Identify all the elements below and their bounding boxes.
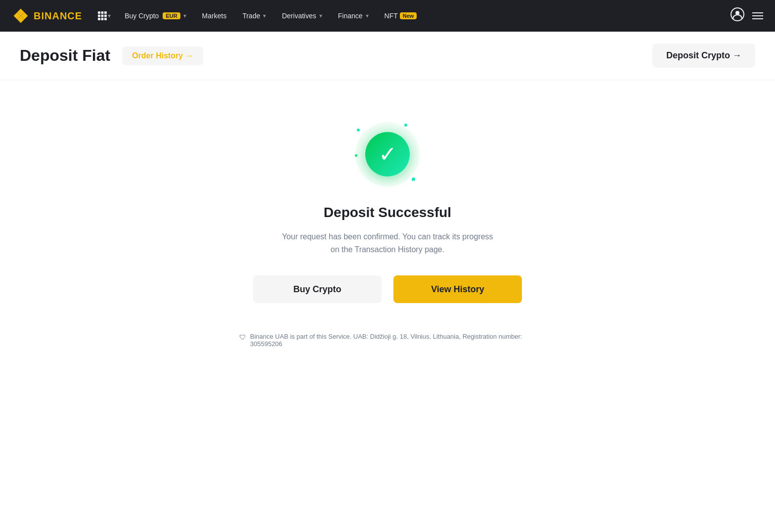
- nav-eur-badge: EUR: [163, 12, 180, 19]
- view-history-button[interactable]: View History: [393, 275, 522, 303]
- page-title: Deposit Fiat: [20, 46, 110, 65]
- nav-markets[interactable]: Markets: [196, 12, 233, 20]
- deposit-crypto-button[interactable]: Deposit Crypto →: [652, 44, 755, 68]
- svg-rect-10: [98, 18, 100, 20]
- order-history-button[interactable]: Order History →: [122, 46, 203, 65]
- sparkle-icon-2: [404, 124, 407, 127]
- shield-icon: 🛡: [239, 333, 246, 341]
- buy-crypto-chevron-icon: ▾: [183, 12, 186, 19]
- svg-rect-5: [101, 11, 104, 14]
- nav-trade-label: Trade: [242, 12, 260, 20]
- success-description: Your request has been confirmed. You can…: [282, 230, 493, 256]
- menu-line-2: [752, 15, 763, 16]
- nav-markets-label: Markets: [202, 12, 227, 20]
- binance-logo-icon: [12, 7, 30, 25]
- menu-line-3: [752, 18, 763, 19]
- header-bar: Deposit Fiat Order History → Deposit Cry…: [0, 32, 775, 80]
- nav-derivatives[interactable]: Derivatives ▾: [276, 12, 328, 20]
- action-buttons: Buy Crypto View History: [253, 275, 522, 303]
- main-content: ✓ Deposit Successful Your request has be…: [0, 80, 775, 367]
- svg-point-14: [735, 11, 739, 15]
- nav-right-actions: [731, 7, 763, 24]
- nav-nft[interactable]: NFT New: [379, 12, 423, 20]
- svg-rect-12: [104, 18, 107, 20]
- nav-nft-label: NFT: [385, 12, 398, 20]
- nav-new-badge: New: [400, 12, 417, 19]
- sparkle-icon-1: [357, 129, 360, 132]
- sparkle-icon-4: [355, 154, 357, 157]
- nav-derivatives-label: Derivatives: [282, 12, 316, 20]
- nav-trade[interactable]: Trade ▾: [236, 12, 272, 20]
- success-circle: ✓: [365, 132, 410, 177]
- footer-note-text: Binance UAB is part of this Service. UAB…: [250, 333, 536, 348]
- binance-logo-text: BINANCE: [34, 10, 82, 22]
- success-desc-line1: Your request has been confirmed. You can…: [282, 232, 493, 241]
- nav-finance-label: Finance: [338, 12, 363, 20]
- navbar: BINANCE ▾ Buy Crypto EUR ▾ Markets Trade…: [0, 0, 775, 32]
- grid-icon: [98, 11, 107, 20]
- hamburger-menu-button[interactable]: [752, 12, 763, 19]
- user-account-button[interactable]: [731, 7, 744, 24]
- sparkle-icon-3: [412, 177, 415, 181]
- svg-rect-7: [98, 15, 100, 17]
- grid-apps-button[interactable]: ▾: [94, 9, 115, 22]
- success-title: Deposit Successful: [324, 205, 451, 221]
- svg-rect-11: [101, 18, 104, 20]
- svg-rect-6: [104, 11, 107, 14]
- nav-finance[interactable]: Finance ▾: [332, 12, 375, 20]
- svg-rect-8: [101, 15, 104, 17]
- grid-chevron-icon: ▾: [108, 12, 111, 19]
- svg-rect-4: [98, 11, 100, 14]
- trade-chevron-icon: ▾: [263, 12, 266, 19]
- success-icon-wrapper: ✓: [353, 120, 422, 189]
- buy-crypto-button[interactable]: Buy Crypto: [253, 275, 382, 303]
- success-desc-line2: on the Transaction History page.: [331, 245, 444, 254]
- checkmark-icon: ✓: [379, 143, 397, 165]
- derivatives-chevron-icon: ▾: [319, 12, 322, 19]
- nav-buy-crypto-label: Buy Crypto: [125, 12, 159, 20]
- footer-note: 🛡 Binance UAB is part of this Service. U…: [239, 333, 536, 348]
- finance-chevron-icon: ▾: [366, 12, 369, 19]
- logo[interactable]: BINANCE: [12, 7, 82, 25]
- svg-rect-9: [104, 15, 107, 17]
- nav-buy-crypto[interactable]: Buy Crypto EUR ▾: [119, 12, 192, 20]
- menu-line-1: [752, 12, 763, 13]
